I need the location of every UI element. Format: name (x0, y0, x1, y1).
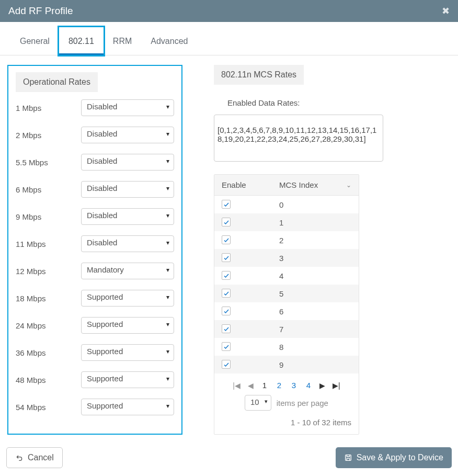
rate-label: 12 Mbps (16, 267, 81, 276)
operational-rates-panel: Operational Rates 1 MbpsDisabled2 MbpsDi… (7, 65, 182, 435)
table-row: 9 (214, 356, 359, 373)
rate-select[interactable]: Supported (81, 317, 174, 334)
rate-row: 6 MbpsDisabled (16, 181, 174, 198)
col-mcs-index[interactable]: MCS Index ⌄ (272, 175, 359, 195)
rate-row: 2 MbpsDisabled (16, 127, 174, 143)
rate-row: 5.5 MbpsDisabled (16, 154, 174, 171)
per-page-select[interactable]: 10 (245, 395, 271, 411)
mcs-index-value: 4 (272, 268, 359, 284)
rate-row: 1 MbpsDisabled (16, 99, 174, 116)
rate-select[interactable]: Disabled (81, 235, 174, 252)
mcs-index-value: 7 (272, 322, 359, 337)
tab-rrm[interactable]: RRM (104, 27, 141, 55)
close-icon[interactable]: ✖ (442, 5, 450, 17)
mcs-enable-checkbox[interactable] (222, 200, 231, 209)
save-apply-button[interactable]: Save & Apply to Device (336, 447, 452, 468)
mcs-table-header: Enable MCS Index ⌄ (214, 175, 359, 196)
pager-page[interactable]: 4 (305, 381, 312, 390)
rate-select[interactable]: Disabled (81, 208, 174, 225)
table-row: 1 (214, 213, 359, 231)
pager-first-icon[interactable]: |◀ (233, 381, 241, 390)
modal-add-rf-profile: Add RF Profile ✖ General802.11RRMAdvance… (0, 0, 458, 475)
enabled-data-rates-box: [0,1,2,3,4,5,6,7,8,9,10,11,12,13,14,15,1… (214, 115, 383, 162)
rate-row: 24 MbpsSupported (16, 317, 174, 334)
rate-row: 11 MbpsDisabled (16, 235, 174, 252)
tab-advanced[interactable]: Advanced (141, 27, 197, 55)
mcs-enable-checkbox[interactable] (222, 307, 231, 315)
rate-select[interactable]: Disabled (81, 127, 174, 143)
mcs-index-value: 5 (272, 286, 359, 301)
rate-label: 54 Mbps (16, 403, 81, 412)
rate-label: 5.5 Mbps (16, 158, 81, 167)
mcs-index-value: 0 (272, 197, 359, 212)
mcs-enable-checkbox[interactable] (222, 324, 231, 333)
rate-label: 24 Mbps (16, 321, 81, 330)
tab-80211[interactable]: 802.11 (59, 27, 104, 55)
rate-select[interactable]: Supported (81, 344, 174, 361)
mcs-enable-checkbox[interactable] (222, 253, 231, 262)
rate-label: 18 Mbps (16, 294, 81, 303)
mcs-index-value: 9 (272, 357, 359, 372)
rate-row: 48 MbpsSupported (16, 371, 174, 388)
col-enable[interactable]: Enable (214, 175, 272, 195)
save-apply-button-label: Save & Apply to Device (357, 453, 443, 462)
modal-title: Add RF Profile (8, 5, 73, 17)
table-row: 8 (214, 338, 359, 356)
table-row: 5 (214, 285, 359, 302)
pager-summary: 1 - 10 of 32 items (214, 415, 359, 434)
pager-page[interactable]: 1 (261, 381, 268, 390)
pager-next-icon[interactable]: ▶ (319, 381, 325, 390)
modal-header: Add RF Profile ✖ (0, 0, 458, 22)
mcs-index-value: 2 (272, 233, 359, 248)
mcs-index-value: 1 (272, 215, 359, 230)
mcs-enable-checkbox[interactable] (222, 342, 231, 351)
rate-select[interactable]: Supported (81, 399, 174, 415)
col-mcs-index-label: MCS Index (279, 180, 318, 189)
undo-icon (15, 454, 24, 462)
mcs-table: Enable MCS Index ⌄ 0123456789 |◀◀1234▶▶|… (214, 174, 359, 435)
mcs-enable-checkbox[interactable] (222, 218, 231, 226)
chevron-down-icon: ⌄ (346, 182, 351, 189)
per-page-label: items per page (277, 399, 328, 407)
table-row: 3 (214, 249, 359, 267)
table-row: 6 (214, 302, 359, 320)
svg-rect-0 (345, 455, 351, 461)
rate-label: 11 Mbps (16, 240, 81, 248)
mcs-enable-checkbox[interactable] (222, 271, 231, 280)
tab-general[interactable]: General (10, 27, 59, 55)
rate-label: 9 Mbps (16, 212, 81, 221)
mcs-index-value: 6 (272, 304, 359, 319)
rate-label: 1 Mbps (16, 104, 81, 112)
rate-row: 9 MbpsDisabled (16, 208, 174, 225)
rate-select[interactable]: Disabled (81, 154, 174, 171)
rate-label: 2 Mbps (16, 131, 81, 140)
rate-select[interactable]: Disabled (81, 181, 174, 198)
cancel-button[interactable]: Cancel (6, 447, 63, 468)
pager-last-icon[interactable]: ▶| (333, 381, 340, 390)
table-row: 7 (214, 320, 359, 338)
rate-row: 36 MbpsSupported (16, 344, 174, 361)
rate-row: 12 MbpsMandatory (16, 263, 174, 279)
pager-page[interactable]: 3 (290, 381, 297, 390)
rate-row: 18 MbpsSupported (16, 290, 174, 307)
mcs-rates-panel: 802.11n MCS Rates Enabled Data Rates: [0… (214, 65, 392, 435)
rate-row: 54 MbpsSupported (16, 399, 174, 415)
mcs-enable-checkbox[interactable] (222, 235, 231, 244)
pager: |◀◀1234▶▶| (214, 381, 359, 390)
per-page-row: 10 items per page (214, 395, 359, 411)
table-row: 2 (214, 231, 359, 249)
cancel-button-label: Cancel (28, 453, 54, 462)
mcs-index-value: 3 (272, 251, 359, 266)
pager-prev-icon[interactable]: ◀ (248, 381, 254, 390)
mcs-enable-checkbox[interactable] (222, 360, 231, 369)
mcs-enable-checkbox[interactable] (222, 289, 231, 298)
rate-select[interactable]: Mandatory (81, 263, 174, 279)
rate-select[interactable]: Supported (81, 371, 174, 388)
enabled-data-rates-label: Enabled Data Rates: (227, 98, 392, 107)
save-icon (344, 454, 352, 462)
rate-select[interactable]: Supported (81, 290, 174, 307)
rate-select[interactable]: Disabled (81, 99, 174, 116)
tabs: General802.11RRMAdvanced (0, 27, 458, 55)
pager-page[interactable]: 2 (276, 381, 283, 390)
table-row: 0 (214, 196, 359, 213)
